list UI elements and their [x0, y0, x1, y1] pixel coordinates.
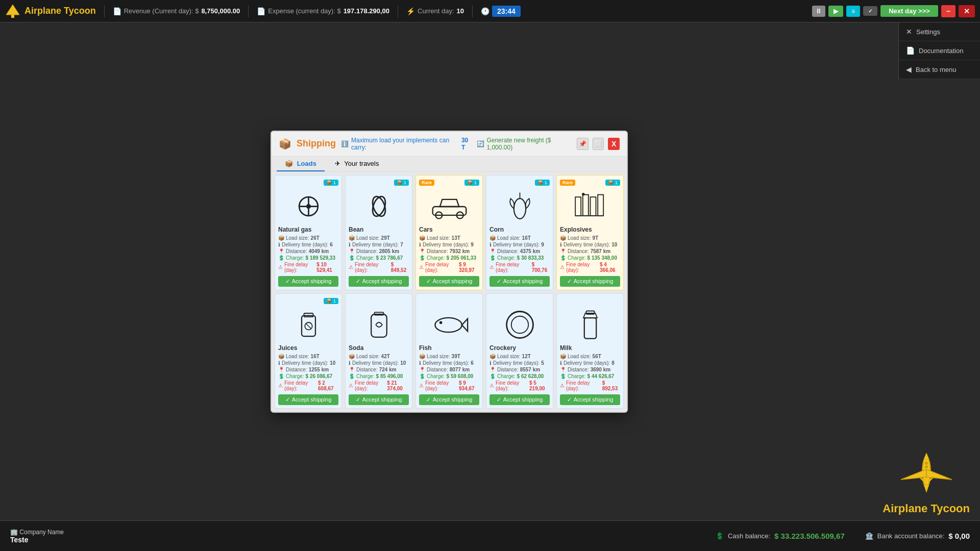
modal-expand-button[interactable]: ⬜ — [593, 138, 604, 150]
next-day-button[interactable]: Next day >>> — [880, 5, 938, 17]
accept-shipping-button-4[interactable]: ✓ Accept shipping — [560, 276, 620, 287]
delivery-icon: ℹ — [560, 242, 562, 247]
item-fine-1: ⚠ Fine delay (day): $ 849,52 — [349, 262, 409, 273]
revenue-icon: 📄 — [113, 7, 121, 15]
item-badge: 📦 1 — [324, 298, 338, 304]
item-name-5: Juices — [278, 344, 338, 352]
load-label: Load size: — [427, 354, 450, 359]
fine-label: Fine delay (day): — [496, 380, 528, 391]
accept-check-icon: ✓ — [356, 278, 360, 285]
modal-close-button[interactable]: X — [608, 138, 620, 150]
accept-shipping-button-8[interactable]: ✓ Accept shipping — [489, 394, 550, 405]
divider-3 — [398, 5, 398, 17]
rare-badge: Rare — [560, 180, 575, 186]
distance-value: 7587 km — [591, 248, 610, 254]
bank-balance-label: Bank account balance: — [877, 532, 945, 540]
item-name-4: Explosives — [560, 226, 620, 233]
accept-shipping-button-0[interactable]: ✓ Accept shipping — [278, 276, 338, 287]
distance-icon: 📍 — [560, 248, 566, 254]
logo-area: Airplane Tycoon — [5, 4, 96, 19]
modal-pin-button[interactable]: 📌 — [577, 138, 589, 150]
accept-check-icon: ✓ — [497, 396, 501, 403]
bank-balance-section: 🏦 Bank account balance: $ 0,00 — [865, 532, 970, 540]
tab-loads[interactable]: 📦 Loads — [277, 157, 325, 171]
accept-shipping-button-7[interactable]: ✓ Accept shipping — [419, 394, 479, 405]
fine-value: $ 21 374,00 — [387, 380, 409, 391]
generate-label: Generate new freight ($ 1,000.00) — [486, 137, 573, 151]
item-icon-8 — [489, 307, 550, 343]
play-button[interactable]: ▶ — [828, 6, 843, 17]
accept-shipping-button-3[interactable]: ✓ Accept shipping — [489, 276, 550, 287]
svg-rect-31 — [584, 318, 596, 339]
generate-freight-button[interactable]: 🔄 Generate new freight ($ 1,000.00) — [477, 137, 573, 151]
tab-travels[interactable]: ✈ Your travels — [327, 157, 387, 171]
accept-check-icon: ✓ — [285, 278, 290, 285]
accept-shipping-button-6[interactable]: ✓ Accept shipping — [349, 394, 409, 405]
item-load-3: 📦 Load size: 16T — [489, 235, 550, 241]
item-load-5: 📦 Load size: 16T — [278, 354, 338, 359]
item-header-1: 📦 1 — [349, 179, 409, 187]
accept-label: Accept shipping — [574, 278, 614, 284]
svg-line-23 — [306, 324, 311, 329]
item-icon-9 — [560, 307, 620, 343]
documentation-icon: 📄 — [906, 46, 915, 55]
airplane-tycoon-logo-text: Airplane Tycoon — [883, 502, 970, 515]
distance-label: Distance: — [427, 367, 448, 372]
minus-button[interactable]: − — [941, 5, 955, 17]
pause-button[interactable]: II — [812, 6, 826, 17]
accept-check-icon: ✓ — [356, 396, 360, 403]
logo-icon — [5, 4, 20, 19]
item-header-6 — [349, 297, 409, 305]
settings-button[interactable]: ✕ Settings — [899, 22, 980, 41]
check-button[interactable]: ✓ — [863, 6, 877, 16]
current-day-stat: ⚡ Current day: 10 — [406, 7, 464, 15]
distance-icon: 📍 — [278, 367, 284, 372]
documentation-button[interactable]: 📄 Documentation — [899, 41, 980, 60]
modal-header-right: ℹ️ Maximum load your implements can carr… — [341, 137, 620, 151]
shipping-icon: 📦 — [279, 138, 291, 150]
item-header-7 — [419, 297, 479, 305]
item-load-2: 📦 Load size: 13T — [419, 235, 479, 241]
accept-label: Accept shipping — [292, 278, 332, 284]
delivery-value: 8 — [611, 360, 615, 366]
load-icon: 📦 — [278, 354, 284, 359]
item-load-6: 📦 Load size: 42T — [349, 354, 409, 359]
load-value: 9T — [593, 235, 599, 241]
charge-label: Charge: — [427, 373, 445, 379]
cash-icon: 💲 — [716, 532, 724, 540]
item-badge: 📦 1 — [535, 180, 550, 186]
item-charge-3: 💲 Charge: $ 30 833,33 — [489, 255, 550, 261]
item-fine-0: ⚠ Fine delay (day): $ 10 529,41 — [278, 262, 338, 273]
airplane-logo-decoration: Airplane Tycoon — [883, 439, 970, 515]
items-grid: 📦 1 Natural gas 📦 Load size: 26T ℹ Deliv… — [272, 172, 627, 412]
back-to-menu-button[interactable]: ◀ Back to menu — [899, 60, 980, 79]
fine-label: Fine delay (day): — [566, 380, 601, 391]
revenue-stat: 📄 Revenue (Current day): $ 8,750,000.00 — [113, 7, 240, 15]
charge-icon: 💲 — [489, 255, 496, 261]
distance-label: Distance: — [356, 367, 378, 372]
distance-label: Distance: — [286, 367, 307, 372]
fine-label: Fine delay (day): — [496, 262, 530, 273]
load-icon: 📦 — [489, 354, 496, 359]
speed-button[interactable]: ≡ — [846, 6, 860, 17]
accept-shipping-button-1[interactable]: ✓ Accept shipping — [349, 276, 409, 287]
fine-value: $ 2 608,67 — [318, 380, 338, 391]
item-load-0: 📦 Load size: 26T — [278, 235, 338, 241]
item-name-1: Bean — [349, 226, 409, 233]
delivery-value: 6 — [471, 360, 474, 366]
item-name-3: Corn — [489, 226, 550, 233]
company-section: 🏢 Company Name Teste — [10, 529, 64, 544]
accept-shipping-button-2[interactable]: ✓ Accept shipping — [419, 276, 479, 287]
fine-icon: ⚠ — [489, 383, 494, 388]
item-header-4: Rare 📦 1 — [560, 179, 620, 187]
accept-shipping-button-5[interactable]: ✓ Accept shipping — [278, 394, 338, 405]
load-icon: 📦 — [349, 235, 355, 241]
load-icon: 📦 — [349, 354, 355, 359]
accept-shipping-button-9[interactable]: ✓ Accept shipping — [560, 394, 620, 405]
close-window-button[interactable]: ✕ — [959, 5, 975, 17]
accept-check-icon: ✓ — [567, 396, 572, 403]
load-label: Load size: — [497, 354, 521, 359]
cash-balance-section: 💲 Cash balance: $ 33.223.506.509,67 — [716, 532, 845, 540]
item-distance-9: 📍 Distance: 3690 km — [560, 367, 620, 372]
load-label: Load size: — [568, 235, 591, 241]
